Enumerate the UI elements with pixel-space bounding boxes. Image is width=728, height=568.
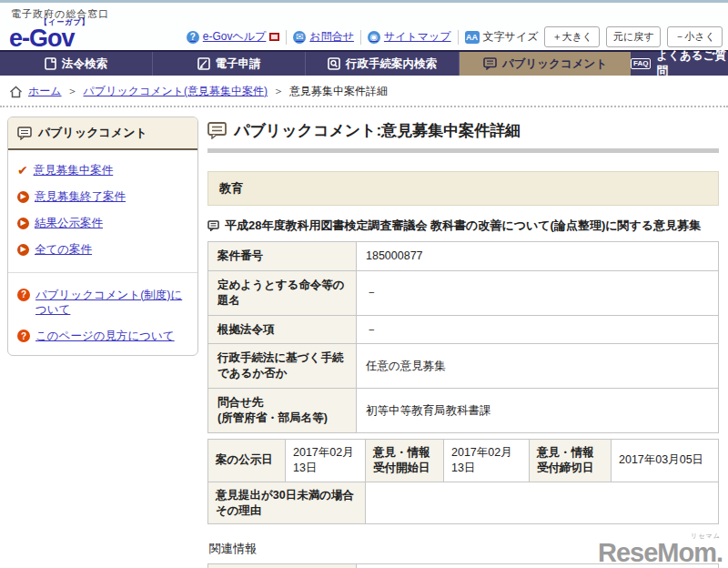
font-size-label: AA 文字サイズ bbox=[465, 29, 539, 45]
short-period-reason-value bbox=[366, 482, 719, 524]
nav-label: パブリックコメント bbox=[502, 56, 607, 72]
faq-icon: FAQ bbox=[631, 58, 651, 69]
short-period-reason-label: 意見提出が30日未満の場合その理由 bbox=[208, 482, 366, 524]
home-icon bbox=[9, 86, 23, 98]
e-gov-logo[interactable]: 【イーガブ】 e-Gov bbox=[9, 19, 90, 52]
font-size-icon: AA bbox=[465, 31, 480, 44]
row-label: 行政手続法に基づく手続であるか否か bbox=[208, 344, 357, 389]
case-title: 平成28年度教科用図書検定調査審議会 教科書の改善について(論点整理)に関する意… bbox=[225, 218, 701, 234]
magnifier-icon bbox=[328, 57, 340, 70]
case-detail-table: 案件番号 185000877 定めようとする命令等の題名 － 根拠法令項 － 行… bbox=[207, 241, 719, 433]
procedure-type-value: 任意の意見募集 bbox=[357, 344, 719, 389]
mail-icon: ✉ bbox=[293, 31, 306, 44]
body-wrap: パブリックコメント ✔ 意見募集中案件 ▶ 意見募集終了案件 ▶ 結果公示案件 … bbox=[0, 107, 728, 568]
divider bbox=[286, 30, 287, 45]
end-date-value: 2017年03月05日 bbox=[612, 439, 719, 482]
title-rule bbox=[207, 148, 719, 153]
sitemap-link[interactable]: ◉ サイトマップ bbox=[368, 29, 451, 45]
nav-item-faq[interactable]: FAQ よくあるご質問 bbox=[631, 52, 728, 76]
sidebar-item-open-cases[interactable]: ✔ 意見募集中案件 bbox=[15, 157, 190, 184]
arrow-circle-icon: ▶ bbox=[17, 218, 29, 229]
question-icon: ? bbox=[17, 289, 30, 301]
breadcrumb-parent-link[interactable]: パブリックコメント(意見募集中案件) bbox=[84, 84, 268, 99]
sidebar-item-about-system[interactable]: ? パブリックコメント(制度)について bbox=[15, 282, 190, 324]
legal-basis-value: － bbox=[357, 315, 719, 344]
page-title-row: パブリックコメント:意見募集中案件詳細 bbox=[207, 117, 719, 148]
new-window-icon bbox=[269, 33, 279, 41]
table-row: 意見公募要領(提出先を含む)、命令等の案 •平成28年度教科用図書検定審議会 教… bbox=[208, 564, 719, 568]
row-label: 意見公募要領(提出先を含む)、命令等の案 bbox=[208, 564, 357, 568]
sidebar-item-label[interactable]: パブリックコメント(制度)について bbox=[35, 288, 188, 319]
sidebar-item-label[interactable]: 結果公示案件 bbox=[35, 216, 103, 231]
nav-label: よくあるご質問 bbox=[656, 48, 728, 79]
row-label: 案件番号 bbox=[208, 241, 357, 270]
pencil-document-icon bbox=[197, 57, 210, 70]
font-size-bigger-button[interactable]: ＋大きく bbox=[544, 26, 600, 47]
main-nav: 法令検索 電子申請 行政手続案内検索 パブリックコメント FAQ よくあるご質問 bbox=[0, 50, 728, 76]
case-number-value: 185000877 bbox=[357, 241, 719, 270]
help-link-label: e-Govヘルプ bbox=[203, 29, 267, 45]
ordinance-title-value: － bbox=[357, 270, 719, 315]
publish-date-label: 案の公示日 bbox=[208, 439, 286, 482]
arrow-circle-icon: ▶ bbox=[17, 191, 29, 203]
e-gov-page: 電子政府の総合窓口 【イーガブ】 e-Gov ? e-Govヘルプ ✉ お問合せ… bbox=[0, 0, 728, 568]
nav-item-law-search[interactable]: 法令検索 bbox=[0, 52, 153, 76]
table-row: 行政手続法に基づく手続であるか否か 任意の意見募集 bbox=[208, 344, 719, 389]
sidebar-item-all-cases[interactable]: ▶ 全ての案件 bbox=[15, 237, 190, 263]
nav-label: 法令検索 bbox=[62, 56, 107, 72]
sidebar-item-how-to-read[interactable]: ? このページの見方について bbox=[15, 323, 190, 350]
related-info-heading: 関連情報 bbox=[209, 541, 719, 557]
font-size-smaller-button[interactable]: －小さく bbox=[667, 26, 723, 47]
logo-text: e-Gov bbox=[9, 25, 75, 52]
document-icon bbox=[45, 57, 56, 70]
table-row: 意見提出が30日未満の場合その理由 bbox=[208, 482, 719, 524]
start-date-label: 意見・情報受付開始日 bbox=[366, 439, 444, 482]
contact-link[interactable]: ✉ お問合せ bbox=[293, 29, 354, 45]
sidebar-item-label[interactable]: 意見募集終了案件 bbox=[35, 189, 126, 205]
table-row: 案件番号 185000877 bbox=[208, 241, 719, 270]
table-row: 案の公示日 2017年02月13日 意見・情報受付開始日 2017年02月13日… bbox=[208, 439, 719, 482]
sitemap-link-label: サイトマップ bbox=[384, 29, 451, 45]
table-row: 根拠法令項 － bbox=[208, 315, 719, 344]
page-title: パブリックコメント:意見募集中案件詳細 bbox=[234, 120, 521, 141]
sidebar: パブリックコメント ✔ 意見募集中案件 ▶ 意見募集終了案件 ▶ 結果公示案件 … bbox=[7, 117, 198, 356]
sidebar-nav-list: ✔ 意見募集中案件 ▶ 意見募集終了案件 ▶ 結果公示案件 ▶ 全ての案件 bbox=[8, 150, 197, 269]
nav-item-public-comment[interactable]: パブリックコメント bbox=[460, 52, 631, 76]
help-link[interactable]: ? e-Govヘルプ bbox=[187, 29, 280, 45]
main-content: パブリックコメント:意見募集中案件詳細 教育 平成28年度教科用図書検定調査審議… bbox=[207, 117, 721, 568]
speech-bubble-icon bbox=[207, 220, 219, 231]
font-size-reset-button[interactable]: 元に戻す bbox=[606, 26, 662, 47]
related-info-table: 意見公募要領(提出先を含む)、命令等の案 •平成28年度教科用図書検定審議会 教… bbox=[207, 563, 719, 568]
question-icon: ? bbox=[17, 330, 30, 342]
sidebar-item-label[interactable]: 意見募集中案件 bbox=[34, 163, 114, 178]
guideline-cell: •平成28年度教科用図書検定審議会 教科書の改善について(論点整理)に関する意見… bbox=[357, 564, 719, 568]
divider bbox=[458, 30, 459, 45]
logo-block: 電子政府の総合窓口 【イーガブ】 e-Gov bbox=[9, 6, 109, 53]
breadcrumb-home-link[interactable]: ホーム bbox=[28, 84, 62, 99]
breadcrumb: ホーム ＞ パブリックコメント(意見募集中案件) ＞ 意見募集中案件詳細 bbox=[0, 76, 728, 107]
help-icon: ? bbox=[187, 31, 199, 44]
nav-label: 電子申請 bbox=[216, 56, 261, 72]
divider bbox=[360, 30, 361, 45]
site-header: 電子政府の総合窓口 【イーガブ】 e-Gov ? e-Govヘルプ ✉ お問合せ… bbox=[0, 3, 728, 50]
sidebar-title: パブリックコメント bbox=[38, 125, 147, 141]
sidebar-item-result-cases[interactable]: ▶ 結果公示案件 bbox=[15, 210, 190, 237]
check-icon: ✔ bbox=[17, 164, 28, 177]
nav-item-procedure-search[interactable]: 行政手続案内検索 bbox=[306, 52, 460, 76]
table-row: 定めようとする命令等の題名 － bbox=[208, 270, 719, 315]
start-date-value: 2017年02月13日 bbox=[444, 439, 530, 482]
row-label: 問合せ先 (所管府省・部局名等) bbox=[208, 389, 357, 433]
nav-label: 行政手続案内検索 bbox=[346, 56, 437, 72]
sidebar-help-list: ? パブリックコメント(制度)について ? このページの見方について bbox=[8, 272, 197, 356]
arrow-circle-icon: ▶ bbox=[17, 244, 29, 256]
sidebar-item-label[interactable]: このページの見方について bbox=[35, 329, 175, 344]
sidebar-item-closed-cases[interactable]: ▶ 意見募集終了案件 bbox=[15, 184, 190, 210]
nav-item-e-application[interactable]: 電子申請 bbox=[153, 52, 306, 76]
sidebar-item-label[interactable]: 全ての案件 bbox=[35, 242, 92, 258]
contact-value: 初等中等教育局教科書課 bbox=[357, 389, 719, 433]
speech-bubble-icon bbox=[207, 122, 227, 139]
category-badge: 教育 bbox=[207, 171, 719, 206]
breadcrumb-current: 意見募集中案件詳細 bbox=[289, 84, 388, 99]
sidebar-header: パブリックコメント bbox=[8, 117, 197, 150]
contact-link-label: お問合せ bbox=[309, 29, 354, 45]
